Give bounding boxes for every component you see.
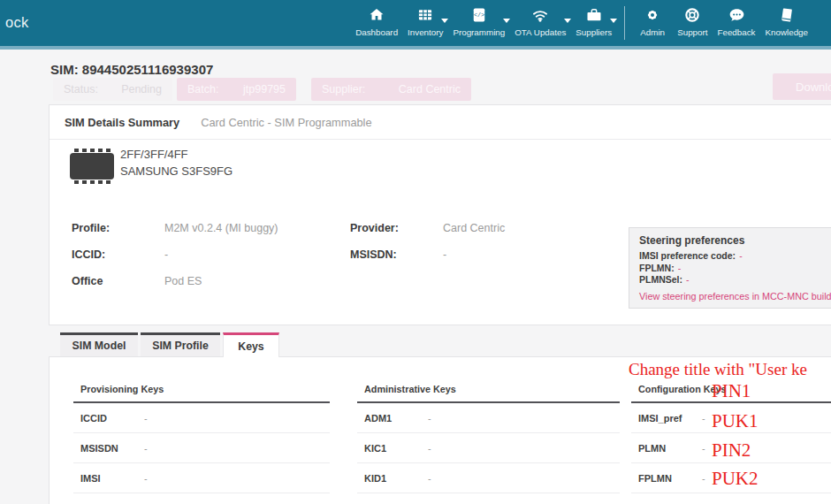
card-subtitle: Card Centric - SIM Programmable	[201, 116, 371, 129]
nav-item-inventory[interactable]: Inventory	[408, 5, 443, 37]
nav-label: Admin	[640, 27, 665, 37]
table-row: ADM1-	[357, 403, 620, 433]
profile-value: M2M v0.2.4 (MI buggy)	[164, 222, 278, 234]
nav-item-knowledge[interactable]: Knowledge	[766, 5, 808, 37]
chip-model: SAMSUNG S3FS9FG	[120, 163, 233, 179]
life-ring-icon	[683, 5, 701, 25]
nav-label: Support	[677, 27, 707, 37]
annotation-puk1: PUK1	[712, 410, 759, 432]
nav-item-feedback[interactable]: Feedback	[717, 5, 755, 37]
nav-item-suppliers[interactable]: Suppliers	[576, 5, 612, 37]
nav-item-ota-updates[interactable]: OTA Updates	[515, 5, 566, 37]
table-row: IMSI-	[73, 463, 330, 493]
nav-menu: Dashboard Inventory </> Programming	[355, 5, 808, 40]
gear-icon	[644, 5, 661, 25]
table-row: KI-	[73, 493, 330, 504]
provisioning-keys-header: Provisioning Keys	[73, 357, 330, 403]
steering-row-imsi: IMSI preference code:-	[639, 250, 831, 263]
provisioning-keys-table: Provisioning Keys ICCID- MSISDN- IMSI- K…	[73, 357, 330, 504]
status-badge: Status: Pending	[53, 78, 172, 101]
chevron-down-icon	[610, 19, 617, 23]
status-badge-label: Status:	[64, 83, 98, 95]
wifi-icon	[530, 5, 550, 25]
provider-value: Card Centric	[443, 222, 505, 234]
detail-tabs: SIM Model SIM Profile Keys	[60, 332, 279, 357]
app-window: ock Dashboard Inventory </> P	[0, 0, 831, 504]
nav-item-support[interactable]: Support	[677, 5, 707, 37]
card-title: SIM Details Summary	[65, 116, 179, 129]
msisdn-label: MSISDN:	[350, 248, 397, 261]
provider-label: Provider:	[350, 222, 399, 234]
sim-chip-icon	[70, 149, 114, 184]
batch-badge-value: jtp99795	[243, 83, 286, 95]
iccid-value: -	[164, 248, 168, 261]
sim-details-card-header: SIM Details Summary Card Centric - SIM P…	[50, 105, 831, 140]
profile-label: Profile:	[72, 222, 110, 234]
steering-row-plmnsel: PLMNSel:-	[639, 274, 831, 286]
nav-label: Programming	[453, 27, 505, 37]
tab-sim-model[interactable]: SIM Model	[60, 332, 138, 356]
nav-label: OTA Updates	[515, 27, 566, 37]
supplier-badge: Supplier: Card Centric	[311, 78, 471, 101]
steering-preferences-panel: Steering preferences IMSI preference cod…	[629, 227, 831, 309]
sim-details-card: SIM Details Summary Card Centric - SIM P…	[49, 104, 831, 325]
svg-text:</>: </>	[474, 11, 484, 19]
table-icon	[416, 5, 434, 25]
table-row: MSISDN-	[73, 433, 330, 463]
table-row: ICCID-	[73, 403, 330, 433]
supplier-badge-value: Card Centric	[399, 83, 461, 95]
nav-item-dashboard[interactable]: Dashboard	[355, 5, 398, 37]
steering-builder-link[interactable]: View steering preferences in MCC-MNC bui…	[639, 291, 831, 302]
nav-item-programming[interactable]: </> Programming	[453, 5, 505, 37]
tab-sim-profile[interactable]: SIM Profile	[141, 332, 220, 356]
chevron-down-icon	[564, 19, 571, 23]
comment-dots-icon	[728, 5, 746, 25]
chip-description: 2FF/3FF/4FF SAMSUNG S3FS9FG	[120, 146, 233, 179]
administrative-keys-header: Administrative Keys	[357, 357, 620, 403]
batch-badge: Batch: jtp99795	[177, 78, 296, 101]
annotation-puk2: PUK2	[712, 468, 759, 490]
steering-row-fplmn: FPLMN:-	[639, 263, 831, 275]
book-icon	[778, 5, 796, 25]
batch-badge-label: Batch:	[187, 83, 218, 95]
annotation-pin1: PIN1	[712, 380, 751, 402]
iccid-label: ICCID:	[72, 248, 105, 261]
download-button[interactable]: Download	[773, 73, 831, 100]
office-value: Pod ES	[164, 275, 202, 287]
tab-keys[interactable]: Keys	[223, 332, 279, 357]
nav-item-admin[interactable]: Admin	[637, 5, 667, 37]
nav-label: Knowledge	[766, 27, 808, 37]
file-code-icon: </>	[470, 5, 488, 25]
office-label: Office	[72, 275, 103, 287]
nav-label: Feedback	[717, 27, 755, 37]
steering-title: Steering preferences	[639, 234, 831, 247]
status-badge-value: Pending	[121, 83, 162, 95]
nav-label: Suppliers	[576, 27, 612, 37]
briefcase-icon	[585, 5, 603, 25]
home-icon	[368, 5, 385, 25]
supplier-badge-label: Supplier:	[322, 83, 365, 95]
table-row: KID1-	[357, 463, 620, 493]
annotation-note: Change title with "User ke	[629, 360, 807, 379]
page-title: SIM: 894450251116939307	[50, 62, 213, 77]
annotation-pin2: PIN2	[712, 439, 751, 462]
chevron-down-icon	[441, 19, 448, 23]
brand-logo-text: ock	[5, 14, 29, 31]
nav-label: Inventory	[408, 27, 443, 37]
nav-label: Dashboard	[355, 27, 398, 37]
top-nav-bar: ock Dashboard Inventory </> P	[0, 0, 831, 50]
administrative-keys-table: Administrative Keys ADM1- KIC1- KID1-	[357, 357, 620, 493]
nav-divider	[624, 6, 625, 40]
chip-form-factor: 2FF/3FF/4FF	[120, 146, 233, 163]
msisdn-value: -	[443, 248, 446, 261]
chevron-down-icon	[503, 19, 510, 23]
table-row: KIC1-	[357, 433, 620, 463]
